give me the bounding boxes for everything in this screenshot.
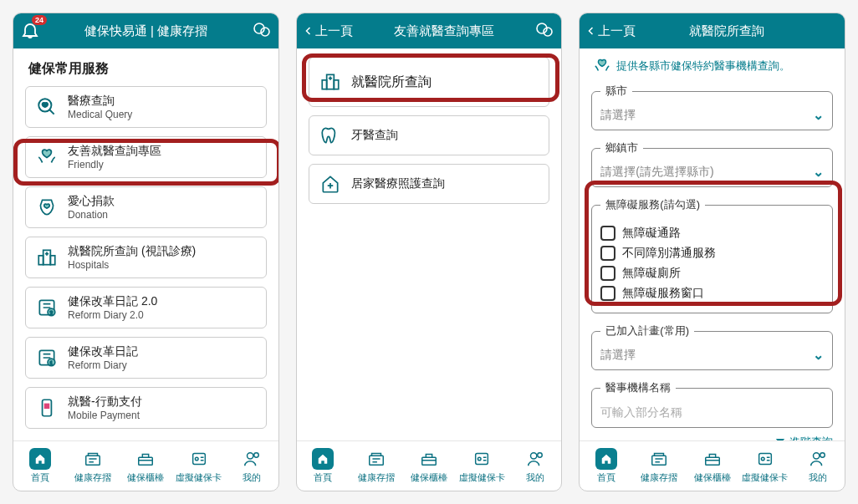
chevron-down-icon: ⌄ [813,347,824,363]
advanced-search-link[interactable]: 進階查詢 [591,435,833,440]
content-area: 提供各縣市健保特約醫事機構查詢。 縣市 請選擇 ⌄ 鄉鎮市 請選擇(請先選擇縣市… [580,48,845,440]
passbook-icon [82,448,104,470]
screen-hospital-lookup: 上一頁 就醫院所查詢 提供各縣市健保特約醫事機構查詢。 縣市 請選擇 ⌄ 鄉鎮市… [579,13,845,491]
chat-icon[interactable] [534,20,554,43]
svg-rect-24 [334,80,338,89]
chevron-down-icon: ⌄ [813,107,824,123]
bell-icon[interactable]: 24 [20,20,40,43]
placeholder: 請選擇(請先選擇縣市) [600,165,713,180]
item-reform-diary[interactable]: 1 健保改革日記 Reform Diary [25,337,267,379]
nav-counter[interactable]: 健保櫃檯 [120,448,172,484]
nav-vcard[interactable]: 虛擬健保卡 [738,448,791,484]
svg-rect-25 [369,456,383,465]
item-hospitals[interactable]: 就醫院所查詢 (視訊診療) Hospitals [25,237,267,278]
town-select[interactable]: 請選擇(請先選擇縣市) ⌄ [600,164,824,180]
chat-icon[interactable] [252,20,272,43]
nav-counter[interactable]: 健保櫃檯 [686,448,738,484]
nav-me[interactable]: 我的 [225,448,278,484]
nav-label: 虛擬健保卡 [742,471,788,484]
vcard-icon [188,448,210,470]
notification-badge: 24 [32,15,47,25]
check-row[interactable]: 不同障別溝通服務 [600,246,824,261]
item-donation[interactable]: 愛心捐款 Donation [25,186,267,228]
item-hospital-lookup[interactable]: 就醫院所查詢 [309,57,550,107]
checkbox[interactable] [600,286,615,301]
nav-label: 健康存摺 [358,471,395,484]
item-sublabel: Medical Query [68,109,132,120]
header-title: 就醫院所查詢 [636,23,818,39]
field-plan: 已加入計畫(常用) 請選擇 ⌄ [591,323,833,370]
item-friendly[interactable]: 友善就醫查詢專區 Friendly [25,136,267,178]
nav-label: 健保櫃檯 [127,471,164,484]
checkbox[interactable] [600,266,615,281]
svg-rect-26 [422,457,437,465]
bottom-nav: 首頁 健康存摺 健保櫃檯 虛擬健保卡 我的 [580,440,845,491]
content-area: 就醫院所查詢 牙醫查詢 居家醫療照護查詢 [297,48,562,440]
home-icon [312,448,334,470]
hands-heart-icon [34,145,59,170]
nav-passbook[interactable]: 健康存摺 [350,448,402,484]
back-label: 上一頁 [315,23,353,39]
check-label: 無障礙服務窗口 [622,286,704,301]
screen-friendly-zone: 上一頁 友善就醫查詢專區 就醫院所查詢 牙醫查詢 居家醫療照護查詢 [296,13,563,491]
nav-home[interactable]: 首頁 [13,448,66,484]
diary-2-icon: 2 [34,295,59,320]
checkbox[interactable] [600,246,615,261]
tooth-icon [318,123,343,148]
app-header: 上一頁 就醫院所查詢 [580,13,845,48]
field-legend: 醫事機構名稱 [600,380,676,395]
item-label: 健保改革日記 [68,344,138,359]
nav-label: 我的 [809,471,827,484]
nav-me[interactable]: 我的 [508,448,561,484]
nav-home[interactable]: 首頁 [580,448,632,484]
check-row[interactable]: 無障礙服務窗口 [600,286,824,301]
nav-vcard[interactable]: 虛擬健保卡 [456,448,508,484]
check-row[interactable]: 無障礙廁所 [600,266,824,281]
passbook-icon [648,448,670,470]
nav-counter[interactable]: 健保櫃檯 [402,448,455,484]
checkbox[interactable] [600,226,615,241]
nav-passbook[interactable]: 健康存摺 [633,448,686,484]
plan-select[interactable]: 請選擇 ⌄ [600,347,824,363]
intro-text: 提供各縣市健保特約醫事機構查詢。 [593,57,831,75]
item-medical-query[interactable]: 醫療查詢 Medical Query [25,86,267,128]
check-row[interactable]: 無障礙通路 [600,226,824,241]
nav-label: 我的 [526,471,544,484]
svg-rect-13 [44,404,50,410]
vcard-icon [754,448,776,470]
field-town: 鄉鎮市 請選擇(請先選擇縣市) ⌄ [591,140,833,187]
hospital-icon [34,245,59,270]
county-select[interactable]: 請選擇 ⌄ [600,107,824,123]
check-label: 無障礙通路 [622,226,681,241]
nav-me[interactable]: 我的 [792,448,845,484]
item-sublabel: Donation [68,209,115,221]
app-header: 24 健保快易通 | 健康存摺 [13,13,278,48]
user-gear-icon [241,448,263,470]
svg-point-28 [478,457,482,461]
header-title: 友善就醫查詢專區 [353,23,535,39]
svg-rect-32 [705,457,719,465]
bottom-nav: 首頁 健康存摺 健保櫃檯 虛擬健保卡 我的 [13,440,278,491]
passbook-icon [365,448,387,470]
item-sublabel: Reform Diary [68,359,138,371]
org-name-input[interactable] [600,404,824,420]
back-button[interactable]: 上一頁 [304,23,353,39]
nav-vcard[interactable]: 虛擬健保卡 [172,448,225,484]
back-button[interactable]: 上一頁 [586,23,636,39]
item-mobile-payment[interactable]: 就醫-行動支付 Mobile Payment [25,387,267,429]
item-label: 醫療查詢 [68,94,132,109]
svg-point-29 [530,453,536,459]
intro-label: 提供各縣市健保特約醫事機構查詢。 [616,59,790,74]
nav-passbook[interactable]: 健康存摺 [66,448,119,484]
placeholder: 請選擇 [600,108,636,123]
svg-rect-5 [50,256,54,265]
svg-rect-14 [86,456,100,465]
nav-label: 健康存摺 [74,471,111,484]
item-label: 牙醫查詢 [351,128,398,143]
svg-point-35 [814,453,820,459]
item-reform-diary-2[interactable]: 2 健保改革日記 2.0 Reform Diary 2.0 [25,287,267,328]
item-dentist-lookup[interactable]: 牙醫查詢 [309,115,550,155]
nav-home[interactable]: 首頁 [297,448,350,484]
item-homecare-lookup[interactable]: 居家醫療照護查詢 [309,164,550,204]
donation-icon [34,195,59,220]
